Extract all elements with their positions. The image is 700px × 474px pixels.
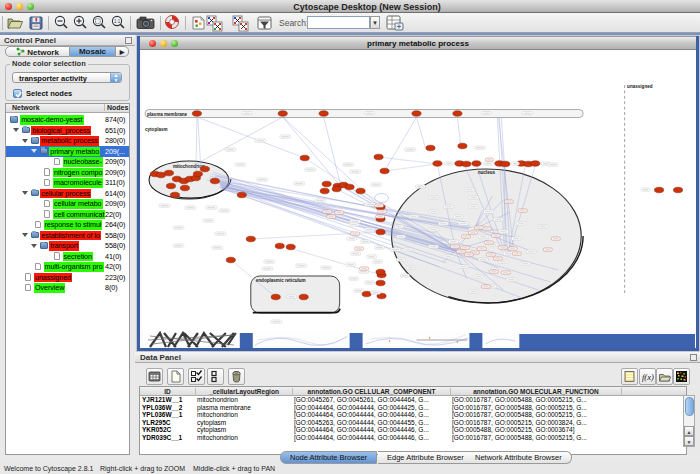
svg-text:cytoplasm: cytoplasm: [145, 127, 168, 132]
svg-text:f(x): f(x): [642, 372, 654, 382]
svg-text:plasma membrane: plasma membrane: [147, 112, 188, 117]
svg-text:unassigned: unassigned: [627, 84, 653, 89]
svg-text:nucleus: nucleus: [478, 170, 496, 175]
svg-text:endoplasmic reticulum: endoplasmic reticulum: [256, 278, 306, 283]
svg-text:1:1: 1:1: [114, 19, 121, 24]
